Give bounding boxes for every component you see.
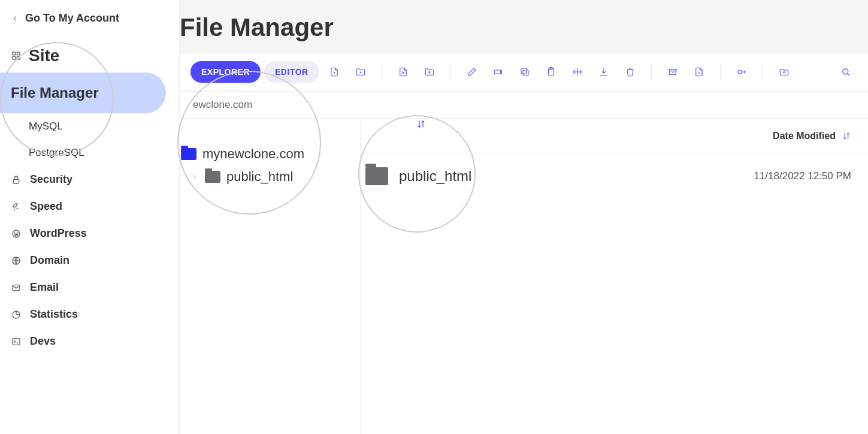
sort-name-icon[interactable] (416, 119, 427, 132)
upload-folder-button[interactable] (418, 62, 441, 82)
sidebar-item-domain[interactable]: Domain (0, 247, 179, 274)
sidebar-item-label: File Manager (11, 85, 99, 101)
chevron-right-icon (190, 174, 199, 180)
rename-button[interactable] (487, 62, 510, 82)
mail-icon (11, 283, 22, 293)
page-title: File Manager (180, 0, 868, 53)
archive-button[interactable] (661, 62, 684, 82)
folder-icon (205, 171, 220, 183)
svg-rect-3 (13, 56, 16, 59)
svg-rect-4 (13, 179, 19, 183)
sidebar-item-label: Domain (30, 254, 69, 267)
tree-label: mynewclone.com (202, 146, 304, 162)
file-manager-panel: EXPLORER EDITOR (180, 53, 868, 434)
toolbar-divider (763, 64, 763, 80)
svg-rect-11 (523, 70, 528, 76)
sidebar-item-label: PostgreSQL (29, 147, 84, 158)
sidebar-item-label: WordPress (30, 227, 87, 240)
file-listing: Date Modified public_html 11/18/2022 12:… (361, 119, 868, 434)
rocket-icon (11, 202, 22, 212)
sidebar-item-label: Speed (30, 200, 62, 213)
globe-icon (11, 256, 22, 266)
copy-button[interactable] (513, 62, 536, 82)
breadcrumb-text: ewclone.com (193, 99, 252, 110)
tree-child-folder[interactable]: public_html (180, 165, 360, 188)
svg-rect-2 (17, 56, 20, 59)
sidebar: Go To My Account Site File Manager MySQL… (0, 0, 180, 434)
delete-button[interactable] (619, 62, 642, 82)
toolbar-divider (720, 64, 721, 80)
permissions-button[interactable] (730, 62, 753, 82)
wordpress-icon (11, 229, 22, 239)
toolbar-divider (382, 64, 382, 80)
tree-root-folder[interactable]: mynewclone.com (180, 143, 360, 165)
sidebar-item-label: Devs (30, 335, 56, 348)
breadcrumb[interactable]: ewclone.com (180, 92, 868, 119)
back-to-account[interactable]: Go To My Account (0, 8, 179, 34)
sidebar-item-label: MySQL (29, 120, 63, 132)
folder-icon (365, 167, 388, 185)
tree-label: public_html (226, 169, 293, 185)
svg-point-18 (843, 69, 848, 74)
tab-editor[interactable]: EDITOR (264, 61, 319, 83)
chart-pie-icon (11, 310, 22, 320)
sidebar-item-file-manager[interactable]: File Manager (0, 73, 166, 113)
arrow-left-icon (11, 14, 19, 23)
sidebar-item-speed[interactable]: Speed (0, 193, 179, 220)
sidebar-item-devs[interactable]: Devs (0, 328, 179, 355)
toolbar: EXPLORER EDITOR (180, 53, 868, 92)
sidebar-item-label: Email (30, 281, 59, 294)
extract-button[interactable] (688, 62, 710, 82)
search-button[interactable] (834, 62, 857, 82)
edit-button[interactable] (461, 62, 483, 82)
svg-rect-10 (494, 70, 501, 74)
sidebar-item-label: Security (30, 173, 72, 186)
download-button[interactable] (592, 62, 615, 82)
list-item[interactable]: public_html 11/18/2022 12:50 PM (361, 154, 868, 198)
home-folder-button[interactable] (773, 62, 796, 82)
sidebar-item-postgresql[interactable]: PostgreSQL (0, 140, 179, 166)
tab-explorer[interactable]: EXPLORER (190, 61, 261, 83)
site-group-label: Site (29, 46, 59, 65)
toolbar-divider (651, 64, 652, 80)
sidebar-item-wordpress[interactable]: WordPress (0, 220, 179, 247)
sort-date-icon[interactable] (842, 131, 851, 141)
lock-icon (11, 175, 22, 185)
sidebar-item-label: Statistics (30, 308, 78, 321)
new-folder-button[interactable] (349, 62, 372, 82)
new-file-button[interactable] (323, 62, 346, 82)
svg-rect-1 (17, 52, 20, 55)
move-button[interactable] (566, 62, 589, 82)
sidebar-item-mysql[interactable]: MySQL (0, 113, 179, 140)
file-date: 11/18/2022 12:50 PM (754, 170, 851, 182)
list-header: Date Modified (361, 119, 868, 154)
sidebar-item-security[interactable]: Security (0, 166, 179, 193)
terminal-icon (11, 337, 22, 346)
main: File Manager EXPLORER EDITOR (180, 0, 868, 434)
paste-button[interactable] (540, 62, 562, 82)
folder-tree: mynewclone.com public_html (180, 119, 361, 434)
svg-rect-9 (13, 338, 20, 345)
sidebar-item-email[interactable]: Email (0, 274, 179, 301)
svg-rect-0 (13, 52, 16, 55)
back-label: Go To My Account (25, 12, 119, 25)
column-date-modified[interactable]: Date Modified (773, 131, 836, 141)
site-group-header: Site (0, 34, 179, 73)
folder-icon (181, 148, 196, 160)
sidebar-item-statistics[interactable]: Statistics (0, 301, 179, 328)
svg-rect-12 (521, 68, 527, 74)
file-name: public_html (399, 168, 471, 185)
svg-point-17 (738, 70, 742, 74)
upload-file-button[interactable] (392, 62, 415, 82)
explorer-body: mynewclone.com public_html (180, 119, 868, 434)
dashboard-icon (11, 51, 22, 61)
toolbar-divider (450, 64, 451, 80)
